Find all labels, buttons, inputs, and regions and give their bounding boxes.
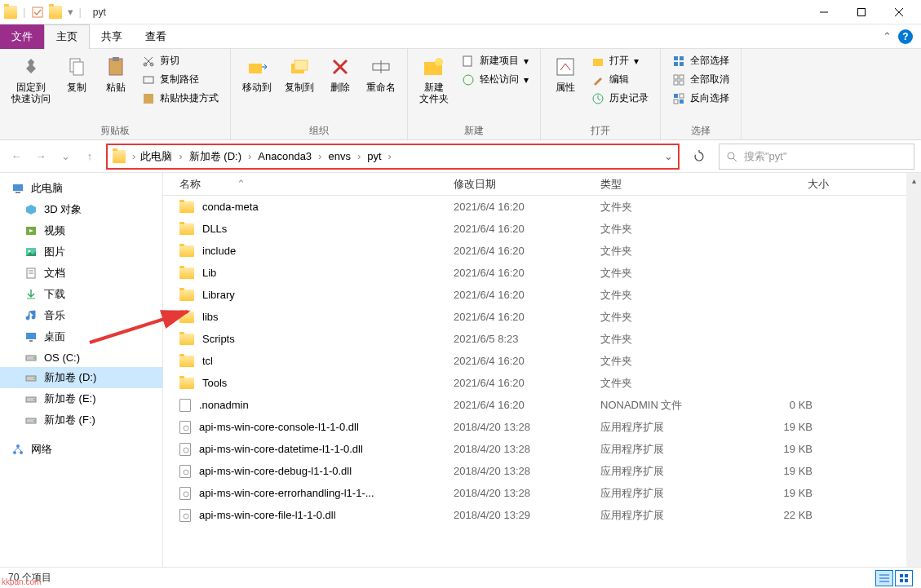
scrollbar[interactable]: ▴	[906, 173, 921, 567]
breadcrumb-item[interactable]: 新加卷 (D:)	[186, 149, 245, 164]
file-row[interactable]: Library2021/6/4 16:20文件夹	[163, 284, 921, 306]
chevron-right-icon[interactable]: ›	[132, 150, 135, 162]
tab-file[interactable]: 文件	[0, 24, 44, 49]
refresh-button[interactable]	[686, 144, 712, 170]
svg-rect-23	[593, 59, 603, 66]
sidebar-item[interactable]: 新加卷 (E:)	[0, 388, 162, 409]
file-row[interactable]: Scripts2021/6/5 8:23文件夹	[163, 328, 921, 350]
delete-button[interactable]: 删除	[322, 52, 358, 95]
invert-selection-button[interactable]: 反向选择	[667, 90, 734, 107]
file-row[interactable]: conda-meta2021/6/4 16:20文件夹	[163, 196, 921, 218]
file-row[interactable]: Tools2021/6/4 16:20文件夹	[163, 372, 921, 394]
file-row[interactable]: api-ms-win-core-datetime-l1-1-0.dll2018/…	[163, 438, 921, 460]
nav-pane[interactable]: 此电脑 3D 对象视频图片文档下载音乐桌面OS (C:)新加卷 (D:)新加卷 …	[0, 173, 163, 567]
checkbox-icon[interactable]	[30, 5, 45, 20]
address-bar[interactable]: › 此电脑› 新加卷 (D:)› Anaconda3› envs› pyt› ⌄	[106, 144, 680, 170]
quick-access-toolbar: | ▾ | pyt	[3, 5, 106, 20]
file-row[interactable]: .nonadmin2021/6/4 16:20NONADMIN 文件0 KB	[163, 394, 921, 416]
sidebar-network[interactable]: 网络	[0, 439, 162, 460]
details-view-button[interactable]	[875, 570, 893, 586]
sidebar-item[interactable]: 视频	[0, 220, 162, 241]
easy-access-button[interactable]: 轻松访问 ▾	[457, 71, 534, 88]
select-all-button[interactable]: 全部选择	[667, 52, 734, 69]
sidebar-item[interactable]: 音乐	[0, 305, 162, 326]
open-button[interactable]: 打开 ▾	[587, 52, 653, 69]
search-input[interactable]: 搜索"pyt"	[719, 144, 914, 170]
col-name[interactable]: 名称 ⌃	[179, 177, 454, 192]
pin-button[interactable]: 固定到 快速访问	[7, 52, 55, 107]
file-row[interactable]: api-ms-win-core-console-l1-1-0.dll2018/4…	[163, 416, 921, 438]
file-row[interactable]: tcl2021/6/4 16:20文件夹	[163, 350, 921, 372]
file-row[interactable]: libs2021/6/4 16:20文件夹	[163, 306, 921, 328]
file-row[interactable]: api-ms-win-core-file-l1-1-0.dll2018/4/20…	[163, 504, 921, 526]
col-date[interactable]: 修改日期	[454, 177, 600, 192]
breadcrumb: 此电脑› 新加卷 (D:)› Anaconda3› envs› pyt›	[137, 149, 393, 164]
collapse-ribbon-icon[interactable]: ⌃	[883, 30, 892, 42]
sidebar-item[interactable]: 图片	[0, 241, 162, 263]
sidebar-item[interactable]: 下载	[0, 284, 162, 305]
sidebar-item[interactable]: 文档	[0, 263, 162, 284]
icons-view-button[interactable]	[895, 570, 913, 586]
tab-share[interactable]: 共享	[90, 24, 134, 49]
paste-button[interactable]: 粘贴	[98, 52, 134, 95]
move-to-button[interactable]: 移动到	[237, 52, 277, 95]
tab-view[interactable]: 查看	[134, 24, 178, 49]
file-size: 19 KB	[731, 443, 829, 455]
view-switcher	[875, 570, 913, 586]
chevron-right-icon[interactable]: ›	[388, 150, 392, 162]
history-button[interactable]: 历史记录	[587, 90, 653, 107]
sidebar-item[interactable]: OS (C:)	[0, 347, 162, 367]
select-none-button[interactable]: 全部取消	[667, 71, 734, 88]
new-item-button[interactable]: 新建项目 ▾	[457, 52, 534, 69]
picture-icon	[24, 245, 38, 259]
sidebar-item[interactable]: 桌面	[0, 326, 162, 347]
file-row[interactable]: DLLs2021/6/4 16:20文件夹	[163, 218, 921, 240]
file-row[interactable]: include2021/6/4 16:20文件夹	[163, 240, 921, 262]
folder-icon	[179, 201, 194, 213]
copy-to-button[interactable]: 复制到	[280, 52, 319, 95]
file-row[interactable]: Lib2021/6/4 16:20文件夹	[163, 262, 921, 284]
sidebar-item-label: 图片	[44, 245, 65, 259]
file-row[interactable]: api-ms-win-core-debug-l1-1-0.dll2018/4/2…	[163, 460, 921, 482]
col-type[interactable]: 类型	[600, 177, 731, 192]
new-folder-button[interactable]: 新建 文件夹	[414, 52, 454, 107]
qat-dropdown-icon[interactable]: ▾	[68, 6, 73, 18]
file-list[interactable]: conda-meta2021/6/4 16:20文件夹DLLs2021/6/4 …	[163, 196, 921, 567]
address-dropdown-icon[interactable]: ⌄	[664, 150, 673, 162]
breadcrumb-item[interactable]: envs	[325, 150, 353, 162]
edit-button[interactable]: 编辑	[587, 71, 653, 88]
breadcrumb-item[interactable]: 此电脑	[137, 149, 175, 164]
chevron-right-icon[interactable]: ›	[179, 150, 182, 162]
close-button[interactable]	[880, 0, 918, 24]
rename-button[interactable]: 重命名	[361, 52, 401, 95]
forward-button[interactable]: →	[31, 147, 51, 166]
sidebar-this-pc[interactable]: 此电脑	[0, 178, 162, 199]
group-organize: 移动到 复制到 删除 重命名 组织	[231, 49, 408, 139]
copy-button[interactable]: 复制	[59, 52, 95, 95]
sidebar-item[interactable]: 新加卷 (F:)	[0, 409, 162, 431]
sidebar-item[interactable]: 3D 对象	[0, 199, 162, 220]
chevron-right-icon[interactable]: ›	[357, 150, 361, 162]
tab-home[interactable]: 主页	[44, 24, 90, 49]
chevron-right-icon[interactable]: ›	[318, 150, 321, 162]
chevron-right-icon[interactable]: ›	[248, 150, 251, 162]
breadcrumb-item[interactable]: Anaconda3	[255, 150, 315, 162]
svg-point-55	[33, 399, 35, 400]
maximize-button[interactable]	[843, 0, 880, 24]
help-icon[interactable]: ?	[898, 29, 913, 44]
scroll-up-icon[interactable]: ▴	[906, 173, 921, 188]
up-button[interactable]: ↑	[80, 147, 100, 166]
sidebar-item[interactable]: 新加卷 (D:)	[0, 367, 162, 388]
back-button[interactable]: ←	[7, 147, 26, 166]
copy-path-button[interactable]: 复制路径	[137, 71, 224, 88]
file-date: 2021/6/4 16:20	[454, 223, 600, 235]
paste-shortcut-button[interactable]: 粘贴快捷方式	[137, 90, 224, 107]
file-row[interactable]: api-ms-win-core-errorhandling-l1-1-...20…	[163, 482, 921, 504]
col-size[interactable]: 大小	[731, 177, 829, 192]
file-name: conda-meta	[202, 201, 259, 213]
properties-button[interactable]: 属性	[547, 52, 583, 95]
cut-button[interactable]: 剪切	[137, 52, 224, 69]
breadcrumb-item[interactable]: pyt	[364, 150, 384, 162]
recent-dropdown[interactable]: ⌄	[55, 147, 75, 166]
minimize-button[interactable]	[805, 0, 843, 24]
